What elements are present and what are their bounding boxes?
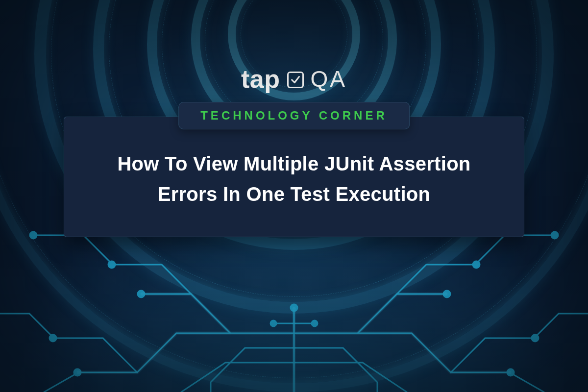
brand-word-qa: QA: [311, 68, 347, 90]
brand-word-tap: tap: [241, 66, 280, 92]
category-badge: TECHNOLOGY CORNER: [178, 102, 410, 129]
category-label: TECHNOLOGY CORNER: [200, 109, 388, 122]
checkmark-icon: [287, 72, 304, 88]
hero-graphic: tap QA TECHNOLOGY CORNER How To View Mul…: [0, 0, 588, 392]
title-card: How To View Multiple JUnit Assertion Err…: [64, 117, 524, 237]
svg-point-12: [312, 320, 318, 326]
svg-point-11: [270, 320, 276, 326]
svg-point-10: [551, 232, 558, 239]
article-title: How To View Multiple JUnit Assertion Err…: [94, 148, 494, 209]
brand-logo: tap QA: [241, 66, 347, 92]
svg-point-5: [30, 232, 37, 239]
